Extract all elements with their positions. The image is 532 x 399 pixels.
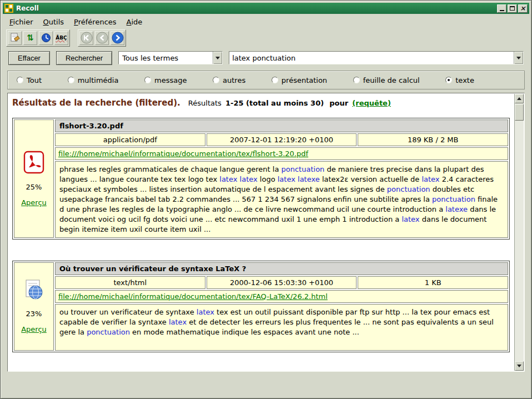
filter-radio-feuille-de-calcul[interactable]: feuille de calcul xyxy=(353,76,420,84)
scroll-up-button[interactable] xyxy=(515,94,524,103)
radio-icon[interactable] xyxy=(144,77,151,83)
result-abstract: phrase les regles grammaticales de chaqu… xyxy=(55,161,508,238)
result-details: Où trouver un vérificateur de syntaxe La… xyxy=(55,262,508,351)
menu-outils[interactable]: Outils xyxy=(39,16,69,28)
result-side-panel: 23% Aperçu xyxy=(14,262,54,351)
filter-radio-multimedia[interactable]: multimédia xyxy=(68,76,119,84)
result-size: 1 KB xyxy=(358,276,508,289)
maximize-button[interactable] xyxy=(508,4,517,13)
result-size: 189 KB / 2 MB xyxy=(358,133,508,146)
menu-preferences[interactable]: Préférences xyxy=(69,16,121,28)
clear-search-icon xyxy=(10,33,20,43)
up-arrow-icon xyxy=(517,97,521,100)
recoll-window: Recoll × Fichier Outils Préférences Aide… xyxy=(0,0,532,399)
result-url-row: file:///home/michael/informatique/docume… xyxy=(55,147,508,160)
next-page-button[interactable] xyxy=(111,31,124,45)
update-index-button[interactable]: ⇅ xyxy=(23,31,37,45)
previous-page-button[interactable] xyxy=(95,31,109,45)
result-meta-row: text/html 2000-12-06 15:03:30 +0100 1 KB xyxy=(55,276,508,289)
radio-icon[interactable] xyxy=(17,77,23,83)
search-row: Effacer Rechercher Tous les termes xyxy=(8,51,524,65)
preview-link[interactable]: Aperçu xyxy=(21,198,47,207)
minimize-button[interactable] xyxy=(497,4,506,13)
clock-icon xyxy=(41,33,51,43)
chevron-down-icon xyxy=(516,57,521,59)
filter-radio-autres[interactable]: autres xyxy=(213,76,245,84)
relevance-percent: 25% xyxy=(26,183,42,191)
history-button[interactable] xyxy=(39,31,53,45)
result-url-row: file:///home/michael/informatique/docume… xyxy=(55,290,508,303)
radio-icon[interactable] xyxy=(68,77,74,83)
filter-radio-tout[interactable]: Tout xyxy=(17,76,42,84)
result-item: 23% Aperçu Où trouver un vérificateur de… xyxy=(12,261,510,352)
search-button[interactable]: Rechercher xyxy=(56,51,112,65)
clear-search-button[interactable] xyxy=(8,31,22,45)
result-meta-row: application/pdf 2007-12-01 12:19:20 +010… xyxy=(55,133,508,146)
menubar: Fichier Outils Préférences Aide xyxy=(3,15,529,28)
results-header-title: Résultats de la recherche (filtered). xyxy=(12,98,180,108)
minimize-icon xyxy=(500,10,504,11)
scrollbar-track[interactable] xyxy=(515,121,524,361)
query-details-link[interactable]: (requête) xyxy=(352,99,391,107)
filter-radio-texte[interactable]: texte xyxy=(445,76,474,84)
results-count-prefix: Résultats xyxy=(188,99,222,107)
window-title: Recoll xyxy=(16,4,496,12)
pdf-file-icon[interactable] xyxy=(23,151,44,176)
result-mime: application/pdf xyxy=(55,133,205,146)
vertical-scrollbar[interactable] xyxy=(514,94,524,371)
result-url-link[interactable]: file:///home/michael/informatique/docume… xyxy=(58,292,328,301)
filter-label: multimédia xyxy=(78,76,119,84)
close-icon: × xyxy=(520,5,525,12)
menu-preferences-rest: références xyxy=(78,18,117,26)
relevance-percent: 23% xyxy=(26,310,42,318)
toolbar-nav-group xyxy=(78,29,126,47)
query-combo[interactable] xyxy=(229,51,524,64)
maximize-icon xyxy=(510,6,515,11)
search-mode-dropdown-button[interactable] xyxy=(213,52,222,64)
radio-icon[interactable] xyxy=(445,77,452,83)
result-date: 2000-12-06 15:03:30 +0100 xyxy=(207,276,357,289)
menu-aide[interactable]: Aide xyxy=(122,16,147,28)
first-page-button[interactable] xyxy=(79,31,93,45)
menu-fichier[interactable]: Fichier xyxy=(5,16,38,28)
result-item: 25% Aperçu flshort-3.20.pdf application/… xyxy=(12,118,510,240)
next-page-icon xyxy=(112,32,124,44)
query-history-dropdown-button[interactable] xyxy=(514,52,523,64)
result-url-link[interactable]: file:///home/michael/informatique/docume… xyxy=(58,149,308,158)
menu-preferences-accel: P xyxy=(74,18,78,26)
filter-label: autres xyxy=(223,76,245,84)
down-arrow-icon xyxy=(517,365,521,367)
titlebar[interactable]: Recoll × xyxy=(3,3,529,14)
filter-radio-presentation[interactable]: présentation xyxy=(272,76,327,84)
result-title: flshort-3.20.pdf xyxy=(55,119,508,132)
radio-icon[interactable] xyxy=(213,77,219,83)
filter-label: texte xyxy=(455,76,474,84)
scroll-down-button[interactable] xyxy=(515,361,524,371)
app-icon xyxy=(4,4,13,13)
close-button[interactable]: × xyxy=(518,4,528,13)
term-explorer-button[interactable]: ÂBÇ xyxy=(54,31,68,45)
clear-button[interactable]: Effacer xyxy=(8,51,50,65)
search-input[interactable] xyxy=(229,52,514,64)
result-details: flshort-3.20.pdf application/pdf 2007-12… xyxy=(55,119,508,238)
update-index-icon: ⇅ xyxy=(27,34,34,42)
result-side-panel: 25% Aperçu xyxy=(14,119,54,238)
filter-label: message xyxy=(154,76,187,84)
menu-fichier-rest: ichier xyxy=(13,18,33,26)
search-mode-select[interactable]: Tous les termes xyxy=(118,51,223,64)
radio-icon[interactable] xyxy=(272,77,278,83)
filter-bar: Tout multimédia message autres présentat… xyxy=(7,71,525,89)
result-mime: text/html xyxy=(55,276,205,289)
radio-icon[interactable] xyxy=(353,77,360,83)
scrollbar-thumb[interactable] xyxy=(515,104,524,121)
search-mode-value: Tous les termes xyxy=(119,52,213,64)
preview-link[interactable]: Aperçu xyxy=(21,325,47,333)
filter-radio-message[interactable]: message xyxy=(144,76,187,84)
filter-label: feuille de calcul xyxy=(363,76,420,84)
chevron-down-icon xyxy=(215,57,220,59)
results-header: Résultats de la recherche (filtered). Ré… xyxy=(11,96,511,113)
html-file-icon[interactable] xyxy=(24,280,44,302)
filter-label: présentation xyxy=(282,76,327,84)
toolbar: ⇅ ÂBÇ xyxy=(3,28,529,47)
menu-aide-rest: ide xyxy=(131,18,142,26)
